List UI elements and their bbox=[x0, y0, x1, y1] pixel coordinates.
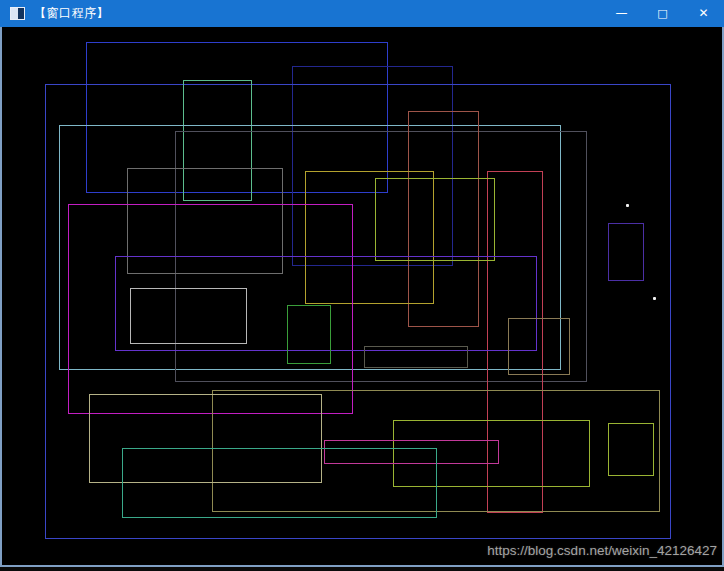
window-controls: — □ ✕ bbox=[601, 0, 724, 27]
titlebar[interactable]: 【窗口程序】 — □ ✕ bbox=[0, 0, 724, 28]
minimize-button[interactable]: — bbox=[601, 0, 642, 27]
window-bottom-edge bbox=[0, 567, 724, 571]
app-icon bbox=[10, 7, 25, 20]
maximize-button[interactable]: □ bbox=[642, 0, 683, 27]
drawing-canvas bbox=[0, 27, 724, 567]
watermark-url: https://blog.csdn.net/weixin_42126427 bbox=[487, 543, 717, 558]
app-window: 【窗口程序】 — □ ✕ https://blog.csdn.net/weixi… bbox=[0, 0, 724, 571]
close-button[interactable]: ✕ bbox=[683, 0, 724, 27]
window-title: 【窗口程序】 bbox=[34, 5, 109, 22]
